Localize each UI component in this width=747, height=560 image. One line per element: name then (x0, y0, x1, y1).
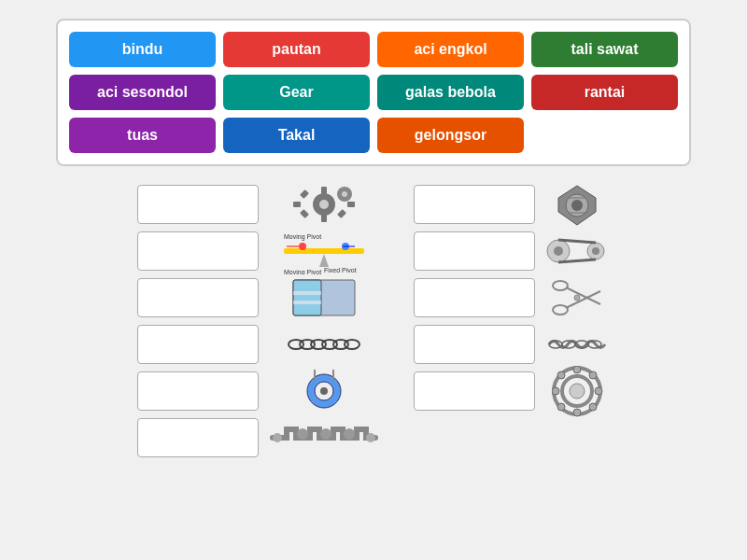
tile-rantai[interactable]: rantai (531, 75, 678, 110)
svg-point-66 (552, 387, 559, 395)
answer-left-2[interactable] (137, 231, 259, 271)
tile-pautan[interactable]: pautan (223, 32, 370, 67)
image-bearing (544, 371, 610, 411)
svg-rect-8 (300, 209, 309, 218)
image-crank (268, 418, 380, 457)
answer-left-1[interactable] (137, 185, 259, 224)
svg-rect-7 (337, 209, 346, 218)
svg-rect-6 (300, 189, 309, 199)
tile-tuas[interactable]: tuas (69, 118, 216, 153)
image-pulley (287, 371, 361, 411)
svg-point-71 (557, 403, 565, 411)
tile-galas-bebola[interactable]: galas bebola (377, 75, 524, 110)
answer-right-4[interactable] (414, 325, 535, 364)
answer-right-1[interactable] (414, 185, 535, 224)
image-chuck (544, 185, 610, 224)
svg-point-50 (554, 246, 563, 256)
svg-point-11 (342, 191, 347, 197)
svg-point-1 (319, 200, 329, 209)
answer-left-4[interactable] (137, 325, 259, 364)
answer-left-5[interactable] (137, 371, 259, 411)
image-chain2 (544, 325, 610, 364)
svg-point-43 (571, 200, 583, 211)
svg-point-65 (573, 409, 581, 416)
tile-aci-engkol[interactable]: aci engkol (377, 32, 524, 67)
tile-bindu[interactable]: bindu (69, 32, 216, 67)
svg-point-51 (592, 247, 599, 255)
image-gear (287, 185, 361, 224)
tile-takal[interactable]: Takal (223, 118, 370, 153)
svg-line-54 (566, 287, 600, 304)
svg-point-56 (574, 295, 580, 301)
answer-left-6[interactable] (137, 418, 259, 457)
svg-rect-24 (293, 301, 321, 304)
svg-marker-13 (319, 254, 329, 267)
svg-point-68 (557, 371, 565, 379)
svg-point-69 (589, 403, 597, 411)
answer-right-3[interactable] (414, 278, 535, 317)
svg-point-37 (366, 433, 375, 442)
tile-tali-sawat[interactable]: tali sawat (531, 32, 678, 67)
svg-point-70 (589, 371, 597, 379)
svg-line-55 (566, 291, 600, 308)
image-belt (544, 231, 610, 271)
svg-rect-5 (347, 202, 355, 207)
svg-point-40 (344, 428, 355, 440)
svg-point-36 (273, 433, 282, 442)
svg-rect-4 (293, 202, 301, 207)
svg-rect-2 (321, 187, 327, 194)
svg-point-63 (570, 384, 585, 399)
svg-point-33 (320, 387, 328, 395)
svg-point-30 (345, 340, 359, 349)
tile-aci-sesondol[interactable]: aci sesondol (69, 75, 216, 110)
svg-text:Fixed Pivot: Fixed Pivot (324, 267, 357, 273)
image-chain (287, 325, 361, 364)
image-slider (287, 278, 361, 317)
word-bank: bindu pautan aci engkol tali sawat aci s… (56, 19, 691, 166)
svg-point-67 (595, 387, 602, 395)
answer-right-5[interactable] (414, 371, 535, 411)
svg-point-39 (320, 428, 331, 440)
svg-rect-22 (293, 280, 321, 315)
svg-rect-23 (293, 291, 321, 295)
svg-point-52 (553, 281, 568, 290)
image-lever: Moving Pivot Fixed Pivot Moving Pivot (282, 231, 366, 271)
svg-point-38 (297, 428, 308, 440)
answer-right-2[interactable] (414, 231, 535, 271)
main-container: bindu pautan aci engkol tali sawat aci s… (0, 0, 747, 476)
tile-gear[interactable]: Gear (223, 75, 370, 110)
svg-rect-3 (321, 215, 327, 222)
svg-point-14 (299, 243, 306, 250)
svg-text:Moving Pivot: Moving Pivot (284, 233, 321, 241)
image-scissors (544, 278, 610, 317)
answer-left-3[interactable] (137, 278, 259, 317)
svg-text:Moving Pivot: Moving Pivot (284, 269, 321, 274)
tile-gelongsor[interactable]: gelongsor (377, 118, 524, 153)
svg-point-64 (573, 366, 581, 373)
svg-rect-12 (284, 248, 364, 254)
svg-point-53 (553, 305, 568, 315)
